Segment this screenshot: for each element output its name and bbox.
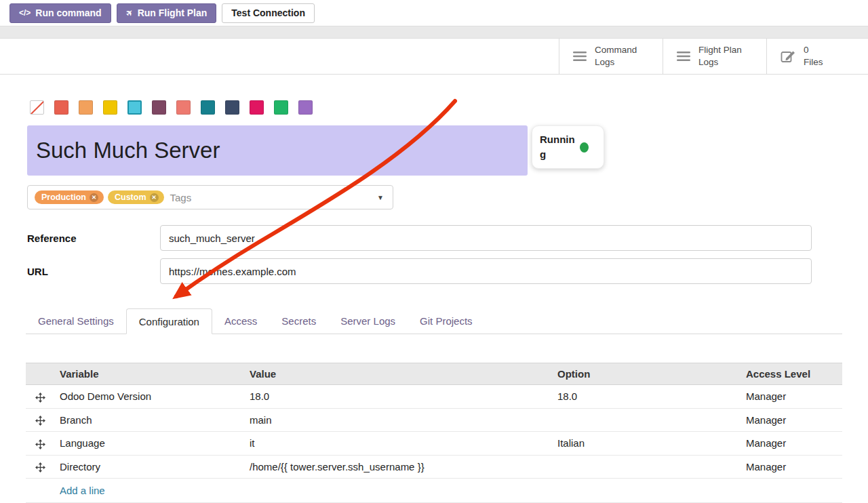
test-connection-label: Test Connection — [231, 7, 305, 18]
move-icon — [35, 439, 45, 449]
title-row: Such Much Server Running — [27, 125, 868, 176]
cell-value[interactable]: 18.0 — [244, 385, 552, 409]
status-badge: Running — [532, 125, 604, 169]
tag-custom[interactable]: Custom✕ — [108, 190, 164, 204]
flight-plan-logs-label: Flight Plan Logs — [698, 44, 753, 68]
color-swatch-magenta[interactable] — [250, 100, 264, 115]
col-access-level: Access Level — [741, 363, 842, 385]
color-swatch-purple[interactable] — [298, 100, 313, 115]
cell-variable[interactable]: Odoo Demo Version — [54, 385, 244, 409]
reference-input[interactable]: such_much_server — [160, 225, 812, 251]
cell-access-level[interactable]: Manager — [741, 408, 842, 432]
server-name-input[interactable]: Such Much Server — [27, 125, 528, 176]
color-swatch-none[interactable] — [30, 100, 44, 115]
col-handle — [26, 363, 54, 385]
cell-access-level[interactable]: Manager — [741, 385, 842, 409]
table-row: BranchmainManager — [26, 408, 842, 432]
config-table-header-row: VariableValueOptionAccess Level — [26, 363, 842, 385]
table-row: LanguageitItalianManager — [26, 432, 842, 456]
flight-plan-logs-button[interactable]: Flight Plan Logs — [663, 39, 766, 74]
col-value: Value — [244, 363, 552, 385]
table-row: Odoo Demo Version18.018.0Manager — [26, 385, 842, 409]
tag-remove-icon[interactable]: ✕ — [90, 193, 98, 202]
divider-strip — [0, 26, 868, 39]
color-swatch-orange[interactable] — [79, 100, 93, 115]
table-row: Directory/home/{{ tower.server.ssh_usern… — [26, 455, 842, 479]
list-icon — [573, 51, 587, 62]
tab-configuration[interactable]: Configuration — [126, 308, 212, 334]
status-label: Running — [540, 132, 575, 162]
url-field-row: URL https://memes.example.com — [27, 258, 868, 284]
cell-variable[interactable]: Language — [54, 432, 244, 456]
config-table-body: Odoo Demo Version18.018.0ManagerBranchma… — [26, 385, 842, 503]
tags-pills: Production✕Custom✕ — [35, 190, 164, 204]
drag-handle[interactable] — [26, 408, 54, 432]
move-icon — [35, 416, 45, 426]
cell-option[interactable] — [552, 455, 741, 479]
cell-option[interactable]: 18.0 — [552, 385, 741, 409]
form-status-header: Command Logs Flight Plan Logs 0 Files — [0, 39, 868, 75]
drag-handle-empty — [26, 479, 54, 503]
col-variable: Variable — [54, 363, 244, 385]
run-command-button[interactable]: </> Run command — [9, 3, 111, 23]
tab-access[interactable]: Access — [212, 308, 269, 334]
notebook-tabs: General SettingsConfigurationAccessSecre… — [26, 308, 842, 334]
color-swatch-yellow[interactable] — [103, 100, 117, 115]
cell-option[interactable] — [552, 408, 741, 432]
status-dot-icon — [580, 142, 589, 153]
tags-placeholder: Tags — [170, 192, 192, 203]
list-icon — [677, 51, 690, 62]
run-flight-plan-button[interactable]: ✈ Run Flight Plan — [117, 3, 217, 23]
cell-access-level[interactable]: Manager — [741, 455, 842, 479]
code-icon: </> — [19, 8, 31, 18]
command-logs-label: Command Logs — [595, 44, 649, 68]
color-swatch-red[interactable] — [54, 100, 68, 115]
drag-handle[interactable] — [26, 455, 54, 479]
tags-field[interactable]: Production✕Custom✕ Tags ▼ — [27, 185, 393, 209]
url-input[interactable]: https://memes.example.com — [160, 258, 812, 284]
top-action-bar: </> Run command ✈ Run Flight Plan Test C… — [0, 0, 868, 26]
reference-field-row: Reference such_much_server — [27, 225, 868, 251]
command-logs-button[interactable]: Command Logs — [559, 39, 663, 74]
run-flight-plan-label: Run Flight Plan — [138, 7, 208, 18]
add-line-row: Add a line — [26, 479, 842, 503]
chevron-down-icon[interactable]: ▼ — [377, 194, 384, 201]
test-connection-button[interactable]: Test Connection — [222, 3, 315, 23]
tab-general-settings[interactable]: General Settings — [26, 308, 126, 334]
tag-production[interactable]: Production✕ — [35, 190, 104, 204]
configuration-table: VariableValueOptionAccess Level Odoo Dem… — [26, 363, 842, 503]
edit-icon — [781, 49, 795, 63]
tag-remove-icon[interactable]: ✕ — [150, 193, 159, 202]
color-swatch-navy[interactable] — [225, 100, 239, 115]
cell-option[interactable]: Italian — [552, 432, 741, 456]
cell-value[interactable]: /home/{{ tower.server.ssh_username }} — [244, 455, 552, 479]
color-swatch-salmon[interactable] — [176, 100, 191, 115]
cell-value[interactable]: main — [244, 408, 552, 432]
files-button[interactable]: 0 Files — [766, 39, 868, 74]
color-swatch-green[interactable] — [274, 100, 288, 115]
tab-git-projects[interactable]: Git Projects — [408, 308, 485, 334]
cell-access-level[interactable]: Manager — [741, 432, 842, 456]
run-command-label: Run command — [35, 7, 101, 18]
cell-variable[interactable]: Directory — [54, 455, 244, 479]
files-count: 0 — [804, 44, 823, 56]
color-swatch-cyan[interactable] — [127, 100, 142, 115]
color-picker — [30, 100, 868, 115]
move-icon — [35, 462, 45, 472]
color-swatch-teal[interactable] — [201, 100, 215, 115]
drag-handle[interactable] — [26, 432, 54, 456]
move-icon — [35, 393, 45, 403]
plane-icon: ✈ — [123, 7, 135, 18]
color-swatch-maroon[interactable] — [152, 100, 166, 115]
tag-label: Production — [41, 193, 86, 202]
tab-server-logs[interactable]: Server Logs — [328, 308, 408, 334]
col-option: Option — [552, 363, 741, 385]
add-a-line-link[interactable]: Add a line — [54, 479, 842, 503]
drag-handle[interactable] — [26, 385, 54, 409]
tag-label: Custom — [115, 193, 146, 202]
tab-secrets[interactable]: Secrets — [269, 308, 328, 334]
files-label: Files — [804, 56, 823, 68]
cell-value[interactable]: it — [244, 432, 552, 456]
url-label: URL — [27, 266, 160, 277]
cell-variable[interactable]: Branch — [54, 408, 244, 432]
